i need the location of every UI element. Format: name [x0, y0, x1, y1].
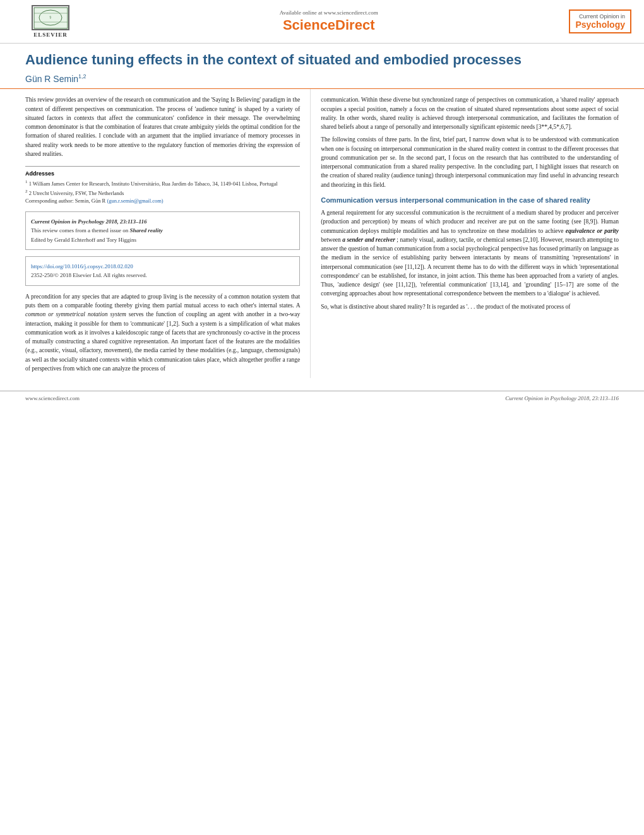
author-name: Gün R Semin: [25, 73, 78, 83]
themed-issue-line: This review comes from a themed issue on…: [31, 226, 294, 235]
footer-citation: Current Opinion in Psychology 2018, 23:1…: [505, 395, 619, 401]
available-online-text: Available online at www.sciencedirect.co…: [280, 9, 378, 16]
left-column: This review provides an overview of the …: [25, 89, 310, 378]
content-area: This review provides an overview of the …: [0, 89, 644, 378]
between-text: between: [321, 237, 341, 243]
section1-para1: A general requirement for any successful…: [321, 208, 619, 299]
addresses-content: 1 1 William James Center for Research, I…: [25, 179, 300, 205]
address1: 1 1 William James Center for Research, I…: [25, 179, 300, 188]
page-header: ⚕ ELSEVIER Available online at www.scien…: [0, 0, 644, 44]
section1-heading: Communication versus interpersonal commu…: [321, 196, 619, 204]
left-body-text: A precondition for any species that are …: [25, 292, 300, 373]
sciencedirect-brand: ScienceDirect: [280, 17, 378, 33]
current-opinion-line1: Current Opinion in: [579, 13, 625, 20]
author-email[interactable]: (gun.r.semin@gmail.com): [107, 198, 163, 204]
elsevier-text: ELSEVIER: [33, 32, 68, 38]
themed-issue-bold: Shared reality: [129, 227, 162, 234]
journal-badge: Current Opinion in Psychology: [569, 9, 631, 33]
article-header: Audience tuning effects in the context o…: [0, 44, 644, 89]
addresses-box: Addresses 1 1 William James Center for R…: [25, 166, 300, 205]
editors-line: Edited by Gerald Echterhoff and Tory Hig…: [31, 235, 294, 244]
journal-info-box: Current Opinion in Psychology 2018, 23:1…: [25, 211, 300, 250]
address2: 2 2 Utrecht University, FSW, The Netherl…: [25, 188, 300, 198]
footer-url: www.sciencedirect.com: [25, 395, 80, 401]
section1-body: A general requirement for any successful…: [321, 208, 619, 311]
doi-link-line: https://doi.org/10.1016/j.copsyc.2018.02…: [31, 262, 294, 271]
page-footer: www.sciencedirect.com Current Opinion in…: [0, 391, 644, 405]
abstract-text: This review provides an overview of the …: [25, 95, 300, 158]
elsevier-logo-area: ⚕ ELSEVIER: [13, 5, 88, 38]
article-title: Audience tuning effects in the context o…: [25, 51, 619, 69]
logo-graphic: ⚕: [32, 5, 69, 30]
journal-name-text: Current Opinion in Psychology 2018, 23:1…: [31, 218, 147, 225]
current-opinion-box: Current Opinion in Psychology: [569, 9, 631, 33]
left-para1: A precondition for any species that are …: [25, 292, 300, 373]
doi-link[interactable]: https://doi.org/10.1016/j.copsyc.2018.02…: [31, 263, 133, 269]
addresses-title: Addresses: [25, 170, 300, 177]
author-affiliation-sup: 1,2: [78, 73, 86, 80]
corresponding-author: Corresponding author: Semin, Gün R (gun.…: [25, 197, 300, 205]
article-author: Gün R Semin1,2: [25, 73, 619, 84]
journal-citation: Current Opinion in Psychology 2018, 23:1…: [31, 217, 294, 226]
right-column: communication. Within these diverse but …: [310, 89, 619, 378]
elsevier-logo: ⚕ ELSEVIER: [13, 5, 88, 38]
doi-box: https://doi.org/10.1016/j.copsyc.2018.02…: [25, 256, 300, 286]
right-para1: communication. Within these diverse but …: [321, 95, 619, 131]
sender-receiver-italic: a sender and receiver: [342, 237, 395, 243]
equivalence-parity-italic: equivalence or parity: [566, 228, 619, 234]
right-para2: The following consists of three parts. I…: [321, 135, 619, 189]
psychology-label: Psychology: [575, 20, 625, 30]
header-center: Available online at www.sciencedirect.co…: [280, 9, 378, 33]
notation-system-italic: common or symmetrical notation system: [25, 311, 126, 317]
abstract-box: This review provides an overview of the …: [25, 95, 300, 158]
section1-para2: So, what is distinctive about shared rea…: [321, 302, 619, 311]
copyright-line: 2352-250/© 2018 Elsevier Ltd. All rights…: [31, 271, 294, 280]
right-intro-text: communication. Within these diverse but …: [321, 95, 619, 189]
svg-text:⚕: ⚕: [49, 15, 52, 20]
